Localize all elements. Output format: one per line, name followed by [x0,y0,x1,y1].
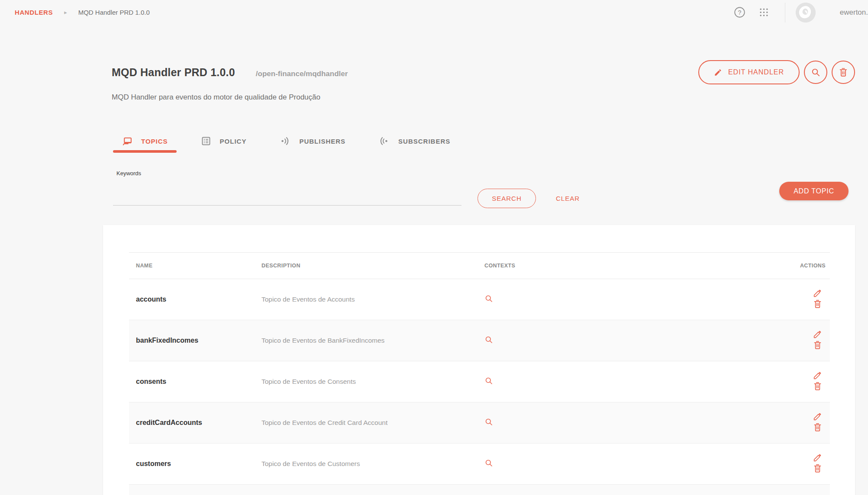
topics-card: NAME DESCRIPTION CONTEXTS ACTIONS accoun… [103,225,855,495]
handler-path: /open-finance/mqdhandler [256,70,348,78]
table-row: bankFixedIncomes Topico de Eventos de Ba… [129,320,830,361]
tab-subscribers[interactable]: SUBSCRIBERS [370,129,459,153]
trash-icon [813,299,822,309]
breadcrumb-current: MQD Handler PRD 1.0.0 [78,9,150,16]
title-block: MQD Handler PRD 1.0.0 /open-finance/mqdh… [112,66,348,79]
delete-topic-button[interactable] [813,382,822,392]
view-contexts-button[interactable] [484,376,494,387]
view-contexts-button[interactable] [484,335,494,346]
table-row: accounts Topico de Eventos de Accounts [129,279,830,320]
table-partial-row [129,485,830,495]
topic-name: creditCardAccounts [129,402,255,444]
search-icon [811,68,821,77]
subscribe-signal-icon [378,135,390,147]
page-header: MQD Handler PRD 1.0.0 /open-finance/mqdh… [112,60,855,84]
pencil-icon [813,330,822,339]
column-actions: ACTIONS [765,253,830,279]
header-actions: EDIT HANDLER [698,60,855,84]
topics-table-body: accounts Topico de Eventos de Accounts [129,279,830,485]
delete-topic-button[interactable] [813,423,822,433]
delete-topic-button[interactable] [813,341,822,351]
delete-handler-button[interactable] [832,61,855,84]
trash-icon [813,341,822,350]
pencil-icon [714,68,722,77]
topbar-divider [785,3,785,22]
breadcrumb: HANDLERS ▸ MQD Handler PRD 1.0.0 [15,9,150,16]
policy-list-icon [201,136,211,146]
handler-description: MQD Handler para eventos do motor de qua… [112,93,855,102]
tab-policy[interactable]: POLICY [192,129,255,153]
apps-grid-button[interactable] [758,7,769,18]
edit-topic-button[interactable] [813,412,822,422]
table-header: NAME DESCRIPTION CONTEXTS ACTIONS [129,253,830,279]
topic-name: customers [129,444,255,485]
pencil-icon [813,289,822,298]
topic-description: Topico de Eventos de Customers [255,444,478,485]
view-contexts-button[interactable] [484,418,494,428]
table-row: customers Topico de Eventos de Customers [129,444,830,485]
svg-text:?: ? [738,9,741,16]
tab-policy-label: POLICY [220,138,247,145]
search-icon [484,376,494,386]
pencil-icon [813,412,822,421]
trash-icon [813,464,822,473]
tab-topics-label: TOPICS [141,138,168,145]
edit-topic-button[interactable] [813,371,822,381]
filter-section: Keywords SEARCH CLEAR ADD TOPIC [0,153,868,225]
search-icon [484,294,494,303]
forum-icon [122,136,132,147]
topbar-right: ? ewerton. [734,0,868,25]
topic-description: Topico de Eventos de Credit Card Account [255,402,478,444]
table-row: creditCardAccounts Topico de Eventos de … [129,402,830,444]
help-button[interactable]: ? [734,6,745,18]
keywords-label: Keywords [116,170,141,177]
view-contexts-button[interactable] [484,294,494,305]
search-button[interactable]: SEARCH [478,189,536,208]
topic-name: accounts [129,279,255,320]
handler-detail-page: { "accent": "#e8604a", "accent_fill": "#… [0,0,868,495]
topics-table: NAME DESCRIPTION CONTEXTS ACTIONS accoun… [129,252,830,495]
trash-icon [813,423,822,432]
username[interactable]: ewerton. [840,8,868,17]
topbar: HANDLERS ▸ MQD Handler PRD 1.0.0 ? [0,0,868,25]
table-row: consents Topico de Eventos de Consents [129,361,830,402]
pencil-icon [813,371,822,380]
edit-topic-button[interactable] [813,330,822,340]
tab-subscribers-label: SUBSCRIBERS [398,138,450,145]
pencil-icon [813,453,822,462]
apps-grid-icon [758,7,769,18]
delete-topic-button[interactable] [813,464,822,474]
topic-name: consents [129,361,255,402]
breadcrumb-handlers-link[interactable]: HANDLERS [15,9,53,16]
delete-topic-button[interactable] [813,299,822,310]
tabs: TOPICS POLICY PUBLISHERS SUBSCRIBERS [113,129,868,153]
view-contexts-button[interactable] [484,459,494,469]
keywords-input[interactable] [113,190,461,206]
clear-button[interactable]: CLEAR [551,189,585,208]
topic-description: Topico de Eventos de BankFixedIncomes [255,320,478,361]
breadcrumb-chevron-icon: ▸ [64,9,67,16]
topic-description: Topico de Eventos de Accounts [255,279,478,320]
trash-icon [839,68,848,77]
avatar[interactable] [796,3,816,22]
column-description: DESCRIPTION [255,253,478,279]
edit-handler-label: EDIT HANDLER [728,68,784,76]
help-icon: ? [734,6,745,18]
search-handler-button[interactable] [804,61,827,84]
tab-publishers[interactable]: PUBLISHERS [271,129,354,153]
add-topic-button[interactable]: ADD TOPIC [779,182,849,200]
search-icon [484,335,494,344]
trash-icon [813,382,822,391]
topic-name: bankFixedIncomes [129,320,255,361]
tab-publishers-label: PUBLISHERS [299,138,345,145]
column-contexts: CONTEXTS [478,253,765,279]
edit-handler-button[interactable]: EDIT HANDLER [698,60,800,84]
edit-topic-button[interactable] [813,289,822,299]
avatar-logo-icon [796,3,816,22]
column-name: NAME [129,253,255,279]
tab-topics[interactable]: TOPICS [113,129,177,153]
publish-signal-icon [279,135,290,147]
edit-topic-button[interactable] [813,453,822,463]
search-icon [484,418,494,427]
page-title: MQD Handler PRD 1.0.0 [112,66,235,79]
